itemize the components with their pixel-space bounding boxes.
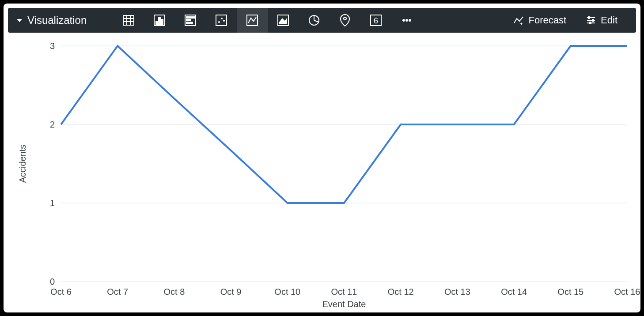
forecast-button[interactable]: Forecast bbox=[504, 8, 576, 33]
svg-rect-33 bbox=[592, 19, 594, 21]
scatter-icon[interactable] bbox=[206, 8, 237, 33]
svg-text:6: 6 bbox=[374, 16, 378, 25]
toolbar-title: Visualization bbox=[27, 14, 87, 26]
chevron-down-icon bbox=[17, 19, 22, 22]
visualization-dropdown[interactable]: Visualization bbox=[8, 14, 95, 26]
svg-rect-6 bbox=[156, 21, 158, 25]
svg-rect-7 bbox=[159, 18, 160, 25]
svg-rect-34 bbox=[590, 22, 591, 24]
svg-marker-19 bbox=[279, 18, 287, 24]
sparkle-icon bbox=[513, 15, 524, 26]
svg-rect-0 bbox=[123, 15, 134, 25]
more-icon[interactable] bbox=[391, 8, 422, 33]
x-tick-label: Oct 14 bbox=[501, 287, 527, 297]
svg-rect-10 bbox=[186, 17, 194, 18]
visualization-toolbar: Visualization bbox=[8, 8, 636, 33]
svg-line-22 bbox=[314, 20, 318, 22]
bar-chart-icon[interactable] bbox=[144, 8, 175, 33]
x-tick-label: Oct 10 bbox=[274, 287, 300, 297]
svg-point-14 bbox=[218, 21, 220, 23]
svg-rect-11 bbox=[186, 19, 191, 21]
svg-rect-32 bbox=[588, 17, 590, 19]
edit-label: Edit bbox=[601, 15, 617, 26]
svg-point-28 bbox=[409, 19, 411, 22]
y-tick-label: 0 bbox=[50, 277, 55, 286]
sliders-icon bbox=[586, 15, 596, 26]
area-chart-icon[interactable] bbox=[268, 8, 299, 33]
svg-point-16 bbox=[223, 20, 225, 22]
svg-rect-8 bbox=[161, 19, 163, 25]
single-value-icon[interactable]: 6 bbox=[360, 8, 391, 33]
x-tick-label: Oct 15 bbox=[557, 287, 583, 297]
table-icon[interactable] bbox=[113, 8, 144, 33]
x-tick-label: Oct 12 bbox=[388, 287, 414, 297]
y-tick-label: 1 bbox=[50, 198, 55, 208]
x-tick-label: Oct 6 bbox=[50, 287, 72, 297]
row-chart-icon[interactable] bbox=[175, 8, 206, 33]
map-pin-icon[interactable] bbox=[330, 8, 360, 33]
x-tick-label: Oct 7 bbox=[107, 287, 128, 297]
svg-point-27 bbox=[406, 19, 408, 22]
x-tick-label: Oct 13 bbox=[444, 287, 470, 297]
x-tick-label: Oct 9 bbox=[220, 287, 242, 297]
visualization-panel: Visualization bbox=[4, 4, 640, 312]
x-axis-title: Event Date bbox=[322, 299, 366, 309]
x-tick-label: Oct 11 bbox=[331, 287, 357, 297]
line-chart-icon[interactable] bbox=[237, 8, 268, 33]
y-axis-title: Accidents bbox=[18, 145, 27, 183]
y-tick-label: 3 bbox=[50, 41, 55, 51]
chart-area: 0123Oct 6Oct 7Oct 8Oct 9Oct 10Oct 11Oct … bbox=[4, 33, 640, 312]
chart-type-icons: 6 bbox=[113, 8, 422, 33]
pie-icon[interactable] bbox=[299, 8, 330, 33]
svg-point-26 bbox=[403, 19, 405, 22]
line-chart: 0123Oct 6Oct 7Oct 8Oct 9Oct 10Oct 11Oct … bbox=[4, 33, 640, 312]
svg-point-15 bbox=[221, 18, 223, 19]
svg-point-23 bbox=[344, 17, 346, 20]
svg-rect-12 bbox=[186, 22, 193, 23]
x-tick-label: Oct 16 bbox=[614, 287, 640, 297]
edit-button[interactable]: Edit bbox=[576, 8, 627, 33]
y-tick-label: 2 bbox=[50, 120, 55, 129]
x-tick-label: Oct 8 bbox=[164, 287, 185, 297]
forecast-label: Forecast bbox=[528, 15, 566, 26]
toolbar-right: Forecast Edit bbox=[504, 8, 636, 33]
svg-rect-13 bbox=[216, 15, 227, 26]
